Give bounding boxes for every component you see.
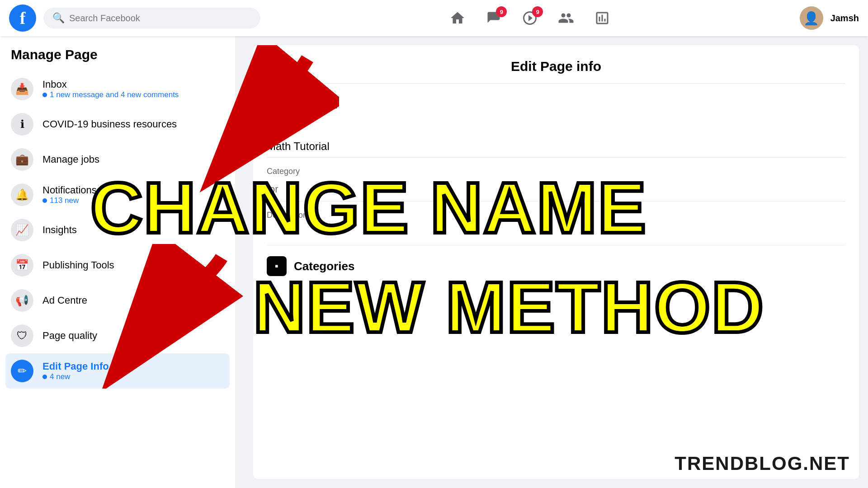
video-nav-button[interactable]: 9 bbox=[514, 5, 546, 32]
posts-nav-button[interactable]: 9 bbox=[478, 5, 509, 32]
name-field-group: Name Math Tutorial bbox=[267, 123, 845, 158]
ad-centre-label: Ad Centre bbox=[42, 295, 224, 306]
publishing-tools-label: Publishing Tools bbox=[42, 259, 224, 271]
general-section-icon: i bbox=[267, 94, 287, 114]
video-badge: 9 bbox=[532, 6, 543, 17]
sidebar: Manage Page 📥 Inbox 1 new message and 4 … bbox=[0, 36, 235, 488]
inbox-sub: 1 new message and 4 new comments bbox=[42, 90, 224, 99]
page-quality-icon: 🛡 bbox=[11, 324, 33, 347]
sidebar-item-edit-page-info[interactable]: ✏ Edit Page Info 4 new bbox=[5, 353, 230, 389]
notifications-dot bbox=[42, 198, 47, 203]
covid-content: COVID-19 business resources bbox=[42, 118, 224, 130]
sidebar-item-insights[interactable]: 📈 Insights bbox=[0, 212, 235, 248]
page-quality-content: Page quality bbox=[42, 330, 224, 342]
inbox-icon: 📥 bbox=[11, 78, 33, 100]
edit-page-panel: Edit Page info i General Name Math Tutor… bbox=[253, 45, 859, 479]
user-name: Jamsh bbox=[830, 13, 859, 23]
sidebar-item-ad-centre[interactable]: 📢 Ad Centre bbox=[0, 283, 235, 318]
edit-page-panel-title: Edit Page info bbox=[267, 59, 845, 84]
edit-page-dot bbox=[42, 375, 47, 379]
groups-icon bbox=[558, 10, 574, 26]
right-panel: Edit Page info i General Name Math Tutor… bbox=[244, 36, 868, 488]
inbox-label: Inbox bbox=[42, 79, 224, 90]
nav-right: 👤 Jamsh bbox=[800, 6, 859, 30]
notifications-sub: 113 new bbox=[42, 196, 224, 205]
manage-jobs-icon: 💼 bbox=[11, 148, 33, 171]
edit-page-info-content: Edit Page Info 4 new bbox=[42, 361, 224, 381]
edit-page-info-sub: 4 new bbox=[42, 372, 224, 381]
notifications-icon: 🔔 bbox=[11, 183, 33, 206]
inbox-content: Inbox 1 new message and 4 new comments bbox=[42, 79, 224, 99]
facebook-logo[interactable]: f bbox=[9, 5, 36, 32]
covid-label: COVID-19 business resources bbox=[42, 118, 224, 130]
edit-page-info-icon: ✏ bbox=[11, 360, 33, 382]
sidebar-item-publishing-tools[interactable]: 📅 Publishing Tools bbox=[0, 248, 235, 283]
edit-page-info-label: Edit Page Info bbox=[42, 361, 224, 372]
sidebar-item-page-quality[interactable]: 🛡 Page quality bbox=[0, 318, 235, 353]
publishing-tools-icon: 📅 bbox=[11, 254, 33, 277]
sidebar-item-notifications[interactable]: 🔔 Notifications 113 new bbox=[0, 177, 235, 212]
home-nav-button[interactable] bbox=[442, 5, 473, 32]
categories-section-header: ▪ Categories bbox=[267, 256, 845, 276]
sidebar-item-covid[interactable]: ℹ COVID-19 business resources bbox=[0, 107, 235, 142]
category-field-group: Category tor bbox=[267, 167, 845, 202]
notifications-content: Notifications 113 new bbox=[42, 184, 224, 205]
general-section-title: General bbox=[294, 98, 338, 112]
sidebar-item-manage-jobs[interactable]: 💼 Manage jobs ⌄ bbox=[0, 142, 235, 177]
manage-jobs-label: Manage jobs bbox=[42, 154, 207, 165]
main-layout: Manage Page 📥 Inbox 1 new message and 4 … bbox=[0, 36, 868, 488]
manage-jobs-content: Manage jobs bbox=[42, 154, 207, 165]
insights-label: Insights bbox=[42, 224, 224, 236]
covid-icon: ℹ bbox=[11, 113, 33, 136]
description-field-group: Description bbox=[267, 211, 845, 245]
insights-icon: 📈 bbox=[11, 219, 33, 241]
page-quality-label: Page quality bbox=[42, 330, 224, 342]
marketplace-nav-button[interactable] bbox=[586, 5, 618, 32]
search-icon: 🔍 bbox=[52, 12, 65, 24]
category-placeholder: tor bbox=[267, 183, 278, 195]
search-input[interactable] bbox=[69, 13, 251, 23]
ad-centre-icon: 📢 bbox=[11, 289, 33, 312]
publishing-tools-content: Publishing Tools bbox=[42, 259, 224, 271]
sidebar-item-inbox[interactable]: 📥 Inbox 1 new message and 4 new comments bbox=[0, 71, 235, 107]
ad-centre-content: Ad Centre bbox=[42, 295, 224, 306]
categories-section-title: Categories bbox=[294, 259, 354, 273]
name-field-label: Name bbox=[267, 123, 845, 133]
sidebar-divider bbox=[235, 36, 244, 488]
category-field-label: Category bbox=[267, 167, 845, 176]
name-field-value[interactable]: Math Tutorial bbox=[267, 136, 845, 158]
search-bar[interactable]: 🔍 bbox=[43, 8, 260, 28]
chevron-down-icon: ⌄ bbox=[216, 154, 224, 165]
top-nav: f 🔍 9 9 👤 Jamsh bbox=[0, 0, 868, 36]
posts-badge: 9 bbox=[496, 6, 507, 17]
categories-icon: ▪ bbox=[267, 256, 287, 276]
inbox-dot bbox=[42, 93, 47, 97]
notifications-label: Notifications bbox=[42, 184, 224, 196]
category-field-input[interactable]: tor bbox=[267, 179, 845, 202]
nav-center: 9 9 bbox=[268, 5, 793, 32]
sidebar-title: Manage Page bbox=[0, 47, 235, 71]
insights-content: Insights bbox=[42, 224, 224, 236]
fb-logo-letter: f bbox=[20, 8, 26, 28]
marketplace-icon bbox=[594, 10, 610, 26]
home-icon bbox=[449, 10, 466, 26]
avatar[interactable]: 👤 bbox=[800, 6, 823, 30]
description-field-label: Description bbox=[267, 211, 845, 220]
groups-nav-button[interactable] bbox=[550, 5, 582, 32]
description-field-input[interactable] bbox=[267, 223, 845, 245]
general-section-header: i General bbox=[267, 94, 845, 114]
